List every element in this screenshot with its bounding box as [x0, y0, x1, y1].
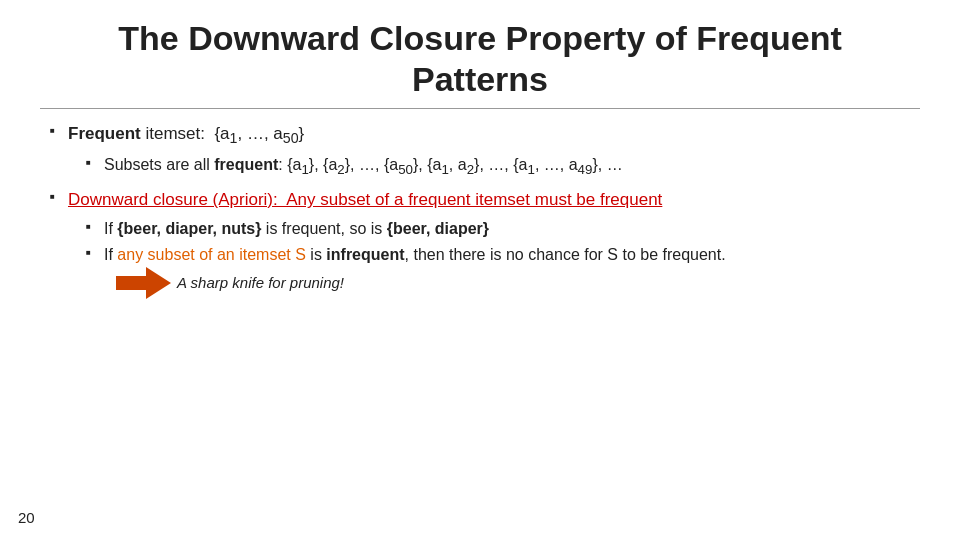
slide: The Downward Closure Property of Frequen… — [0, 0, 960, 540]
bullet-text-2b: If any subset of an itemset S is infrequ… — [104, 244, 920, 307]
title-divider — [40, 108, 920, 109]
word-frequent-2: frequent — [214, 156, 278, 173]
bullet-beer-diaper: ■ If {beer, diaper, nuts} is frequent, s… — [86, 218, 920, 240]
word-infrequent: infrequent — [326, 246, 404, 263]
content-area: ■ Frequent itemset: {a1, …, a50} ■ Subse… — [40, 123, 920, 520]
bullet-text-2a: If {beer, diaper, nuts} is frequent, so … — [104, 218, 920, 240]
bullet-icon-2: ■ — [50, 192, 68, 201]
itemset-beer-diaper: {beer, diaper} — [387, 220, 489, 237]
bullet-text-1: Frequent itemset: {a1, …, a50} — [68, 123, 920, 149]
arrow-pruning-group: A sharp knife for pruning! — [116, 265, 344, 301]
pruning-arrow-icon — [116, 265, 171, 301]
bullet-text-1a: Subsets are all frequent: {a1}, {a2}, …,… — [104, 154, 920, 179]
slide-title: The Downward Closure Property of Frequen… — [40, 18, 920, 100]
bullet-icon-2b: ■ — [86, 248, 104, 257]
title-area: The Downward Closure Property of Frequen… — [40, 18, 920, 100]
bullet-infrequent: ■ If any subset of an itemset S is infre… — [86, 244, 920, 307]
svg-marker-0 — [116, 267, 171, 299]
bullet-icon-1a: ■ — [86, 158, 104, 167]
itemset-beer-diaper-nuts: {beer, diaper, nuts} — [117, 220, 261, 237]
phrase-any-subset: any subset of an itemset S — [117, 246, 306, 263]
title-line1: The Downward Closure Property of Frequen… — [118, 19, 842, 57]
pruning-label: A sharp knife for pruning! — [177, 273, 344, 293]
title-line2: Patterns — [412, 60, 548, 98]
bullet-text-2: Downward closure (Apriori): Any subset o… — [68, 189, 920, 212]
bullet-subsets: ■ Subsets are all frequent: {a1}, {a2}, … — [86, 154, 920, 179]
word-frequent: Frequent — [68, 124, 141, 143]
bullet-frequent-itemset: ■ Frequent itemset: {a1, …, a50} — [50, 123, 920, 149]
bullet-icon-1: ■ — [50, 126, 68, 135]
bullet-icon-2a: ■ — [86, 222, 104, 231]
page-number: 20 — [18, 509, 35, 526]
bullet-downward-closure: ■ Downward closure (Apriori): Any subset… — [50, 189, 920, 212]
